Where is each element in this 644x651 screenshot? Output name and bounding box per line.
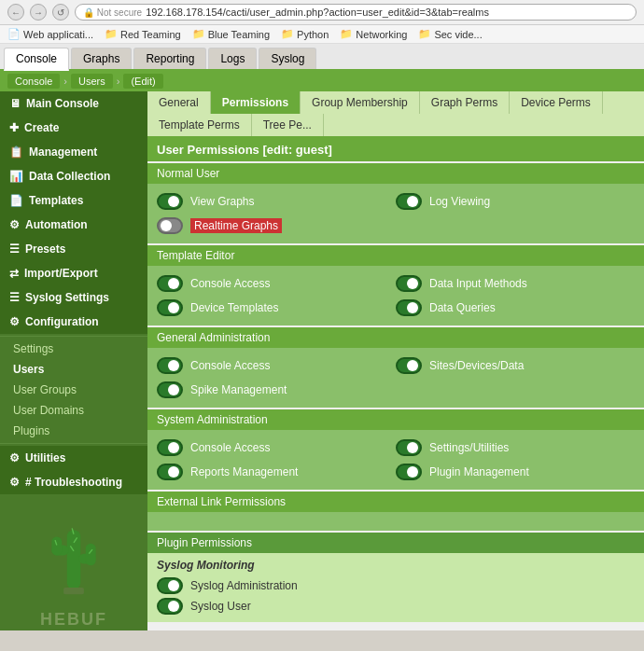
bookmark-web[interactable]: 📄 Web applicati...	[7, 28, 93, 40]
sidebar-item-troubleshooting[interactable]: ⚙ # Troubleshooting	[0, 470, 147, 494]
svg-rect-4	[86, 544, 96, 566]
toggle-settings-utilities[interactable]	[396, 439, 422, 456]
logo-text: HEBUF	[40, 610, 107, 629]
sidebar-item-presets[interactable]: ☰ Presets	[0, 237, 147, 261]
tab-reporting[interactable]: Reporting	[133, 48, 206, 69]
plugin-item-syslog-admin: Syslog Administration	[157, 575, 635, 596]
toggle-console-access-te[interactable]	[157, 275, 183, 292]
perm-row-5: Console Access Sites/Devices/Data	[157, 353, 635, 378]
toggle-sites-devices[interactable]	[396, 357, 422, 374]
content-header: User Permissions [edit: guest]	[147, 138, 644, 161]
tab-console[interactable]: Console	[4, 48, 69, 71]
browser-bar: ← → ↺ 🔒 Not secure 192.168.178.154/cacti…	[0, 0, 644, 25]
bookmark-icon: 📄	[7, 28, 21, 40]
breadcrumb-edit[interactable]: (Edit)	[123, 74, 162, 89]
perm-label-data-input-methods: Data Input Methods	[429, 277, 527, 290]
svg-rect-10	[63, 588, 84, 594]
perm-item-data-queries: Data Queries	[396, 299, 635, 316]
toggle-syslog-user[interactable]	[157, 598, 183, 615]
plugin-syslog-title: Syslog Monitoring	[157, 559, 635, 572]
toggle-data-queries[interactable]	[396, 299, 422, 316]
sidebar-item-data-collection[interactable]: 📊 Data Collection	[0, 164, 147, 188]
sidebar-item-utilities[interactable]: ⚙ Utilities	[0, 446, 147, 470]
sub-tab-template-perms[interactable]: Template Perms	[147, 114, 252, 136]
sidebar-item-main-console[interactable]: 🖥 Main Console	[0, 91, 147, 116]
toggle-reports-management[interactable]	[157, 464, 183, 480]
perm-label-sites-devices: Sites/Devices/Data	[429, 359, 524, 372]
reload-button[interactable]: ↺	[52, 4, 69, 21]
back-button[interactable]: ←	[7, 4, 24, 21]
bookmark-icon: 📁	[340, 28, 353, 40]
perm-row-3: Console Access Data Input Methods	[157, 271, 635, 296]
sidebar-item-management[interactable]: 📋 Management	[0, 140, 147, 164]
tab-logs[interactable]: Logs	[208, 48, 257, 69]
bookmark-networking[interactable]: 📁 Networking	[340, 28, 407, 40]
section-general-admin-header: General Administration	[147, 327, 644, 348]
url-bar[interactable]: 🔒 Not secure 192.168.178.154/cacti/user_…	[75, 4, 637, 21]
arrows-icon: ⇄	[9, 267, 19, 280]
sidebar-item-settings[interactable]: Settings	[0, 339, 147, 359]
toggle-spike-management[interactable]	[157, 381, 183, 398]
toggle-realtime-graphs[interactable]	[157, 217, 183, 234]
perm-item-log-viewing: Log Viewing	[396, 193, 635, 210]
toggle-view-graphs[interactable]	[157, 193, 183, 210]
bookmark-red[interactable]: 📁 Red Teaming	[105, 28, 181, 40]
section-system-admin-content: Console Access Settings/Utilities Report…	[147, 430, 644, 490]
perm-label-console-access-ga: Console Access	[190, 359, 270, 372]
sidebar-item-automation[interactable]: ⚙ Automation	[0, 213, 147, 237]
perm-row-6: Spike Management	[157, 378, 635, 402]
toggle-syslog-admin[interactable]	[157, 577, 183, 594]
breadcrumb-console[interactable]: Console	[7, 74, 60, 89]
sidebar-item-user-groups[interactable]: User Groups	[0, 380, 147, 400]
toggle-console-access-sa[interactable]	[157, 439, 183, 456]
url-text: 192.168.178.154/cacti/user_admin.php?act…	[146, 7, 489, 18]
perm-item-sites-devices: Sites/Devices/Data	[396, 357, 635, 374]
svg-rect-0	[67, 530, 81, 589]
bookmark-python[interactable]: 📁 Python	[281, 28, 329, 40]
perm-row-8: Reports Management Plugin Management	[157, 460, 635, 484]
perm-label-view-graphs: View Graphs	[190, 195, 254, 208]
sidebar: 🖥 Main Console ✚ Create 📋 Management 📊 D…	[0, 91, 147, 630]
sidebar-item-syslog-settings[interactable]: ☰ Syslog Settings	[0, 285, 147, 310]
tab-syslog[interactable]: Syslog	[259, 48, 316, 69]
sidebar-item-templates[interactable]: 📄 Templates	[0, 188, 147, 213]
tab-graphs[interactable]: Graphs	[71, 48, 132, 69]
section-plugin-perms: Plugin Permissions Syslog Monitoring Sys…	[147, 533, 644, 622]
breadcrumb-users[interactable]: Users	[71, 74, 113, 89]
sub-tab-tree-perms[interactable]: Tree Pe...	[252, 114, 324, 136]
toggle-console-access-ga[interactable]	[157, 357, 183, 374]
sidebar-item-configuration[interactable]: ⚙ Configuration	[0, 310, 147, 334]
app-tabs-bar: Console Graphs Reporting Logs Syslog	[0, 44, 644, 71]
perm-item-settings-utilities: Settings/Utilities	[396, 439, 635, 456]
section-template-editor-content: Console Access Data Input Methods Device…	[147, 266, 644, 326]
toggle-data-input-methods[interactable]	[396, 275, 422, 292]
sidebar-item-plugins[interactable]: Plugins	[0, 421, 147, 441]
bookmark-icon: 📁	[192, 28, 205, 40]
sub-tab-device-perms[interactable]: Device Perms	[510, 91, 603, 114]
sidebar-item-import-export[interactable]: ⇄ Import/Export	[0, 261, 147, 285]
sub-tab-general[interactable]: General	[147, 91, 211, 114]
bookmark-sec[interactable]: 📁 Sec vide...	[418, 28, 482, 40]
section-general-admin: General Administration Console Access Si…	[147, 327, 644, 408]
forward-button[interactable]: →	[30, 4, 47, 21]
bookmark-blue[interactable]: 📁 Blue Teaming	[192, 28, 270, 40]
perm-label-realtime-graphs: Realtime Graphs	[190, 218, 282, 233]
sidebar-item-create[interactable]: ✚ Create	[0, 116, 147, 140]
sub-tab-group-membership[interactable]: Group Membership	[301, 91, 420, 114]
sidebar-item-users[interactable]: Users	[0, 359, 147, 380]
bookmark-icon: 📁	[281, 28, 294, 40]
toggle-device-templates[interactable]	[157, 299, 183, 316]
perm-item-spike-management: Spike Management	[157, 381, 635, 398]
perm-row-4: Device Templates Data Queries	[157, 296, 635, 320]
perm-label-console-access-te: Console Access	[190, 277, 270, 290]
section-external-link-content	[147, 512, 644, 531]
section-normal-user: Normal User View Graphs Log Viewing	[147, 163, 644, 243]
sub-tab-graph-perms[interactable]: Graph Perms	[420, 91, 510, 114]
troubleshoot-icon: ⚙	[9, 476, 20, 489]
toggle-log-viewing[interactable]	[396, 193, 422, 210]
sidebar-item-user-domains[interactable]: User Domains	[0, 400, 147, 421]
sub-tab-permissions[interactable]: Permissions	[211, 91, 301, 114]
perm-item-plugin-management: Plugin Management	[396, 464, 635, 480]
list-icon: ☰	[9, 242, 20, 256]
toggle-plugin-management[interactable]	[396, 464, 422, 480]
